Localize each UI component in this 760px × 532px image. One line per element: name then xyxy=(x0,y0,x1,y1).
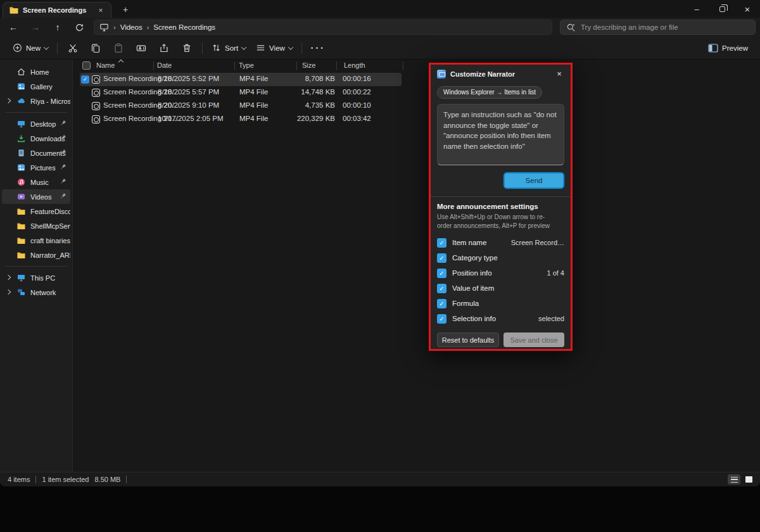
instruction-textarea[interactable] xyxy=(437,104,564,165)
view-button[interactable]: View xyxy=(251,39,298,57)
documents-icon xyxy=(17,149,25,157)
chevron-right-icon[interactable] xyxy=(6,289,11,294)
pictures-icon xyxy=(17,163,25,172)
checkbox-checked[interactable] xyxy=(437,314,446,324)
close-button[interactable] xyxy=(735,0,760,18)
up-icon[interactable] xyxy=(49,20,66,35)
cut-icon xyxy=(68,43,78,53)
pin-icon xyxy=(60,178,66,184)
save-and-close-button[interactable]: Save and close xyxy=(504,332,564,347)
mp4-file-icon xyxy=(92,102,100,110)
sidebar-item-music[interactable]: Music xyxy=(2,175,70,189)
gallery-icon xyxy=(17,82,25,91)
dialog-close-icon[interactable] xyxy=(554,69,564,79)
setting-formula: Formula xyxy=(437,296,564,311)
select-all-checkbox[interactable] xyxy=(82,61,91,70)
sidebar-item-narrator-arm[interactable]: Narrator_ARM_281 xyxy=(2,248,70,262)
file-row[interactable]: Screen Recording 20… 10/17/2025 2:05 PM … xyxy=(80,113,402,126)
sidebar-item-onedrive[interactable]: Riya - Microsoft xyxy=(2,94,70,108)
file-row[interactable]: Screen Recording 20… 8/18/2025 5:57 PM M… xyxy=(80,86,402,99)
breadcrumb-screen-recordings[interactable]: Screen Recordings xyxy=(153,23,215,31)
dialog-title: Customize Narrator xyxy=(450,70,554,78)
chevron-down-icon xyxy=(241,44,246,49)
setting-value: 1 of 4 xyxy=(547,269,564,277)
folder-icon xyxy=(10,6,18,14)
pin-icon xyxy=(60,163,66,170)
tab-screen-recordings[interactable]: Screen Recordings xyxy=(3,2,111,18)
sidebar-item-gallery[interactable]: Gallery xyxy=(2,79,70,94)
setting-item-name: Item name Screen Record… xyxy=(437,235,564,250)
restore-button[interactable] xyxy=(709,0,735,18)
large-icons-view-button[interactable] xyxy=(742,474,755,484)
forward-icon[interactable] xyxy=(27,20,44,35)
file-row-selected[interactable]: Screen Recording 20… 8/18/2025 5:52 PM M… xyxy=(80,73,402,86)
explorer-window: Screen Recordings Videos Screen Recordin… xyxy=(0,0,760,486)
tab-close-icon[interactable] xyxy=(96,5,106,15)
send-button[interactable]: Send xyxy=(504,172,564,189)
file-length: 00:03:42 xyxy=(343,115,371,122)
breadcrumb-videos[interactable]: Videos xyxy=(120,23,142,31)
view-icon xyxy=(256,43,265,53)
music-icon xyxy=(17,178,25,186)
share-button[interactable] xyxy=(153,39,175,57)
tab-label: Screen Recordings xyxy=(23,6,96,14)
sidebar-item-desktop[interactable]: Desktop xyxy=(2,117,70,131)
checkbox-checked[interactable] xyxy=(437,299,446,308)
sort-button[interactable]: Sort xyxy=(206,39,251,57)
file-row[interactable]: Screen Recording 20… 8/20/2025 9:10 PM M… xyxy=(80,99,402,113)
sidebar-item-home[interactable]: Home xyxy=(2,65,70,79)
announcement-settings: Item name Screen Record… Category type P… xyxy=(437,235,564,326)
minimize-button[interactable] xyxy=(684,0,709,18)
network-icon xyxy=(17,288,25,296)
column-length[interactable]: Length xyxy=(344,61,365,69)
sidebar-item-craft-binaries[interactable]: craft binaries xyxy=(2,233,70,248)
chevron-right-icon[interactable] xyxy=(6,275,11,280)
mp4-file-icon xyxy=(92,75,100,84)
sidebar-item-network[interactable]: Network xyxy=(2,285,70,300)
sidebar-item-documents[interactable]: Documents xyxy=(2,146,70,160)
preview-button[interactable]: Preview xyxy=(702,39,754,57)
column-type[interactable]: Type xyxy=(239,61,254,69)
column-date[interactable]: Date xyxy=(157,61,172,69)
sidebar-item-shellmcpservers[interactable]: ShellMcpServers xyxy=(2,218,70,233)
navigation-bar: Videos Screen Recordings xyxy=(0,18,760,37)
refresh-icon[interactable] xyxy=(71,20,87,35)
search-input[interactable] xyxy=(581,23,749,31)
column-size[interactable]: Size xyxy=(302,61,315,69)
reset-to-defaults-button[interactable]: Reset to defaults xyxy=(437,332,499,347)
file-size: 220,329 KB xyxy=(276,115,335,122)
chevron-right-icon[interactable] xyxy=(6,98,11,103)
paste-button[interactable] xyxy=(107,39,130,57)
context-pill: Windows Explorer → Items in list xyxy=(437,86,542,99)
checkbox-checked[interactable] xyxy=(437,253,446,263)
sidebar-item-pictures[interactable]: Pictures xyxy=(2,160,70,175)
details-view-button[interactable] xyxy=(728,474,740,484)
sidebar-item-videos[interactable]: Videos xyxy=(2,189,70,204)
new-button[interactable]: New xyxy=(8,39,53,57)
mp4-file-icon xyxy=(92,115,100,124)
checkbox-checked[interactable] xyxy=(437,284,446,293)
sidebar-item-this-pc[interactable]: This PC xyxy=(2,270,70,285)
new-tab-button[interactable] xyxy=(119,4,132,16)
row-checkbox-checked[interactable] xyxy=(81,75,89,84)
copy-button[interactable] xyxy=(84,39,107,57)
cut-button[interactable] xyxy=(61,39,84,57)
delete-button[interactable] xyxy=(175,39,198,57)
search-box[interactable] xyxy=(560,20,756,35)
setting-category-type: Category type xyxy=(437,250,564,265)
section-hint: Use Alt+Shift+Up or Down arrow to re-ord… xyxy=(437,213,559,230)
checkbox-checked[interactable] xyxy=(437,269,446,278)
file-size: 14,748 KB xyxy=(276,88,335,96)
more-options-button[interactable] xyxy=(306,39,329,57)
breadcrumb[interactable]: Videos Screen Recordings xyxy=(94,20,552,35)
setting-value: Screen Record… xyxy=(511,239,564,246)
column-name[interactable]: Name xyxy=(96,61,115,69)
back-icon[interactable] xyxy=(5,20,22,35)
copy-icon xyxy=(91,43,101,53)
status-bar: 4 items 1 item selected 8.50 MB xyxy=(0,472,760,486)
sidebar-item-downloads[interactable]: Downloads xyxy=(2,131,70,146)
preview-label: Preview xyxy=(722,44,748,52)
checkbox-checked[interactable] xyxy=(437,238,446,248)
sidebar-item-featurediscoverability[interactable]: FeatureDiscoverabil xyxy=(2,204,70,218)
rename-button[interactable] xyxy=(130,39,153,57)
